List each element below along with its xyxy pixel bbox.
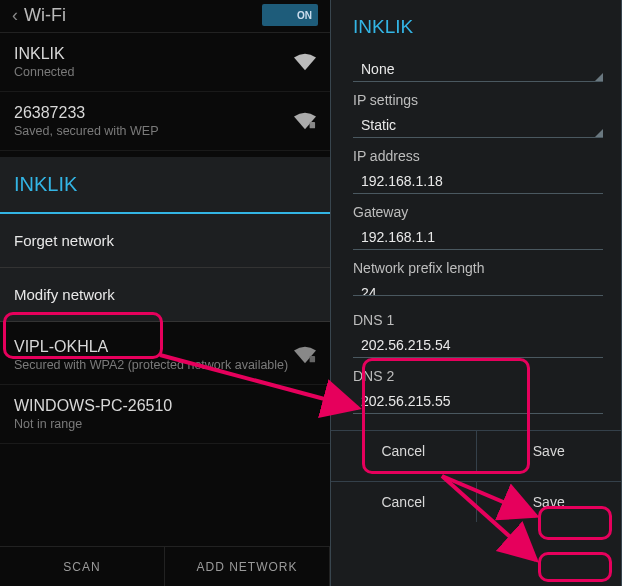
network-item[interactable]: WINDOWS-PC-26510 Not in range	[0, 385, 330, 444]
network-status: Connected	[14, 65, 294, 79]
prefix-length-label: Network prefix length	[353, 260, 603, 276]
modify-dialog-title: INKLIK	[331, 0, 621, 52]
network-name: 26387233	[14, 104, 294, 122]
prefix-length-input[interactable]: 24	[353, 280, 603, 296]
ip-address-label: IP address	[353, 148, 603, 164]
network-status: Saved, secured with WEP	[14, 124, 294, 138]
wifi-list-panel: ‹ Wi-Fi ON INKLIK Connected 26387233 Sav…	[0, 0, 330, 586]
network-status: Secured with WPA2 (protected network ava…	[14, 358, 294, 372]
wifi-signal-secured-icon	[294, 112, 316, 130]
ip-settings-select[interactable]: Static	[353, 112, 603, 138]
forget-network-item[interactable]: Forget network	[0, 214, 330, 268]
gateway-input[interactable]: 192.168.1.1	[353, 224, 603, 250]
network-item[interactable]: VIPL-OKHLA Secured with WPA2 (protected …	[0, 322, 330, 385]
svg-rect-0	[310, 122, 316, 128]
dns2-input[interactable]: 202.56.215.55	[353, 388, 603, 414]
dialog-actions-duplicate: Cancel Save	[331, 481, 621, 522]
modify-network-item[interactable]: Modify network	[0, 268, 330, 322]
scan-button[interactable]: SCAN	[0, 547, 165, 586]
add-network-button[interactable]: ADD NETWORK	[165, 547, 330, 586]
ip-address-input[interactable]: 192.168.1.18	[353, 168, 603, 194]
modify-network-panel: INKLIK None IP settings Static IP addres…	[330, 0, 622, 586]
security-select[interactable]: None	[353, 56, 603, 82]
wifi-header: ‹ Wi-Fi ON	[0, 0, 330, 33]
back-icon[interactable]: ‹	[12, 5, 18, 26]
dns1-label: DNS 1	[353, 312, 603, 328]
network-item[interactable]: INKLIK Connected	[0, 33, 330, 92]
save-button[interactable]: Save	[476, 431, 622, 471]
cancel-button[interactable]: Cancel	[331, 482, 476, 522]
save-button[interactable]: Save	[476, 482, 622, 522]
ip-settings-label: IP settings	[353, 92, 603, 108]
network-name: WINDOWS-PC-26510	[14, 397, 316, 415]
svg-rect-1	[310, 356, 316, 362]
wifi-signal-secured-icon	[294, 346, 316, 364]
dialog-actions: Cancel Save	[331, 430, 621, 471]
network-item[interactable]: 26387233 Saved, secured with WEP	[0, 92, 330, 151]
network-status: Not in range	[14, 417, 316, 431]
wifi-bottom-bar: SCAN ADD NETWORK	[0, 546, 330, 586]
network-context-dialog: INKLIK Forget network Modify network	[0, 157, 330, 322]
gateway-label: Gateway	[353, 204, 603, 220]
wifi-toggle[interactable]: ON	[262, 4, 318, 26]
wifi-title: Wi-Fi	[24, 5, 262, 26]
dialog-title: INKLIK	[0, 157, 330, 214]
wifi-signal-icon	[294, 53, 316, 71]
cancel-button[interactable]: Cancel	[331, 431, 476, 471]
network-name: VIPL-OKHLA	[14, 338, 294, 356]
dns1-input[interactable]: 202.56.215.54	[353, 332, 603, 358]
network-name: INKLIK	[14, 45, 294, 63]
dns2-label: DNS 2	[353, 368, 603, 384]
